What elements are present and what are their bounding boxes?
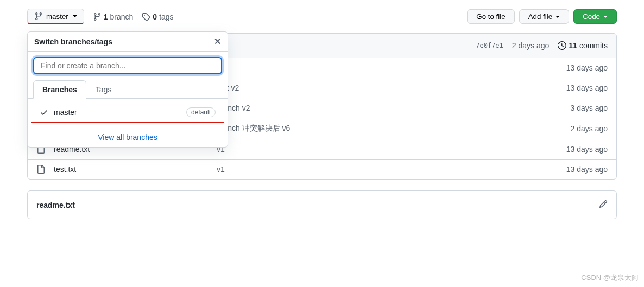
- toolbar: master 1 branch 0 tags Go to file Add fi…: [27, 9, 617, 24]
- caret-down-icon: [603, 16, 608, 18]
- goto-file-button[interactable]: Go to file: [467, 9, 514, 24]
- branch-list-item[interactable]: master default: [31, 103, 224, 123]
- tag-count-word: tags: [159, 12, 173, 21]
- code-button[interactable]: Code: [573, 9, 617, 24]
- dropdown-body: [28, 52, 228, 80]
- git-branch-icon: [34, 12, 43, 21]
- dropdown-tabs: Branches Tags: [28, 80, 228, 99]
- file-commit-msg[interactable]: v1: [217, 165, 566, 174]
- file-commit-msg[interactable]: v2: [217, 63, 566, 72]
- dropdown-title: Switch branches/tags: [34, 37, 112, 46]
- left-controls: master 1 branch 0 tags: [27, 9, 174, 24]
- pencil-icon: [599, 200, 608, 208]
- file-commit-msg[interactable]: v1: [217, 145, 566, 154]
- branch-name: master: [54, 108, 77, 117]
- tab-branches[interactable]: Branches: [33, 80, 86, 99]
- add-file-button[interactable]: Add file: [519, 9, 569, 24]
- right-controls: Go to file Add file Code: [467, 9, 617, 24]
- tag-count-number: 0: [153, 12, 157, 21]
- file-icon: [36, 165, 45, 174]
- branch-dropdown: Switch branches/tags ✕ Branches Tags mas…: [27, 31, 228, 148]
- branch-list: master default: [28, 99, 228, 127]
- file-time: 13 days ago: [566, 63, 608, 72]
- commits-link[interactable]: 11 commits: [558, 41, 608, 50]
- file-time: 13 days ago: [566, 145, 608, 154]
- commit-time: 2 days ago: [512, 41, 550, 50]
- file-time: 13 days ago: [566, 84, 608, 92]
- file-time: 13 days ago: [566, 165, 608, 174]
- branch-selector-button[interactable]: master: [27, 9, 84, 24]
- file-row[interactable]: test.txt v1 13 days ago: [28, 160, 616, 179]
- git-branch-icon: [93, 12, 102, 21]
- file-name[interactable]: test.txt: [54, 165, 217, 174]
- history-icon: [558, 41, 566, 50]
- check-icon: [40, 108, 48, 117]
- commit-sha[interactable]: 7e0f7e1: [476, 42, 503, 49]
- branch-count-word: branch: [110, 12, 134, 21]
- add-file-label: Add file: [528, 12, 552, 21]
- view-all-branches-link[interactable]: View all branches: [28, 127, 228, 147]
- file-commit-msg[interactable]: test v2: [217, 84, 566, 92]
- default-badge: default: [186, 107, 216, 117]
- file-time: 3 days ago: [571, 104, 608, 112]
- code-label: Code: [583, 12, 600, 21]
- branch-count-number: 1: [104, 12, 108, 21]
- edit-button[interactable]: [599, 200, 608, 210]
- branch-search-input[interactable]: [33, 57, 222, 74]
- tab-tags[interactable]: Tags: [86, 80, 121, 99]
- file-commit-msg[interactable]: branch 冲突解决后 v6: [217, 124, 571, 133]
- dropdown-header: Switch branches/tags ✕: [28, 32, 228, 52]
- branch-selector-label: master: [46, 12, 68, 21]
- tag-count-link[interactable]: 0 tags: [142, 12, 173, 21]
- commit-word: commits: [579, 41, 608, 50]
- tag-icon: [142, 12, 150, 21]
- caret-down-icon: [73, 15, 77, 17]
- readme-title: readme.txt: [36, 201, 75, 209]
- file-time: 2 days ago: [571, 124, 608, 133]
- file-commit-msg[interactable]: branch v2: [217, 104, 571, 112]
- readme-box: readme.txt: [27, 190, 617, 219]
- commit-count: 11: [569, 41, 577, 50]
- branch-count-link[interactable]: 1 branch: [93, 12, 134, 21]
- close-icon[interactable]: ✕: [214, 36, 221, 47]
- caret-down-icon: [555, 16, 560, 18]
